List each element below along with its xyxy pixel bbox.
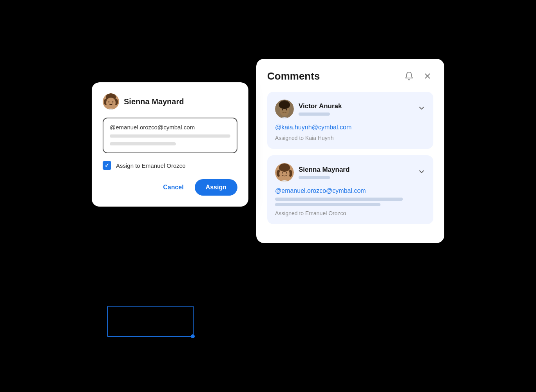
dialog-input-mention[interactable]: @emanuel.orozco@cymbal.com (110, 124, 230, 131)
comment-1-name-line (299, 113, 330, 116)
close-icon (423, 72, 432, 80)
close-button[interactable] (422, 70, 433, 82)
svg-point-6 (106, 98, 116, 108)
selection-box (107, 306, 194, 337)
comment-2-lines (275, 198, 426, 206)
svg-point-25 (286, 172, 287, 174)
victor-name-block: Victor Anurak (299, 102, 418, 116)
dialog-input-lines (110, 134, 230, 147)
comment-1-assigned: Assigned to Kaia Huynh (275, 135, 426, 141)
assign-checkbox[interactable]: ✓ (103, 161, 111, 170)
comment-line-2 (275, 203, 380, 206)
comment-1-mention[interactable]: @kaia.huynh@cymbal.com (275, 124, 426, 131)
dialog-user-header: Sienna Maynard (103, 93, 237, 110)
svg-point-7 (109, 102, 110, 103)
header-icons (403, 70, 433, 82)
svg-point-24 (282, 172, 283, 174)
cancel-button[interactable]: Cancel (158, 181, 188, 194)
assign-dialog: Sienna Maynard @emanuel.orozco@cymbal.co… (92, 82, 248, 207)
comment-2-name-line (299, 176, 330, 179)
comments-title: Comments (267, 70, 403, 82)
sienna-avatar (275, 163, 294, 182)
checkbox-label: Assign to Emanuel Orozco (116, 162, 186, 169)
assign-button[interactable]: Assign (195, 179, 237, 196)
text-cursor (177, 141, 177, 147)
comments-panel: Comments (256, 59, 444, 243)
comment-1-chevron[interactable] (418, 104, 426, 114)
svg-point-17 (286, 109, 287, 111)
svg-point-16 (282, 109, 283, 111)
input-line-1 (110, 134, 230, 138)
bell-button[interactable] (403, 70, 415, 82)
comment-2-mention[interactable]: @emanuel.orozco@cymbal.com (275, 187, 426, 194)
assign-checkbox-row[interactable]: ✓ Assign to Emanuel Orozco (103, 161, 237, 170)
input-line-2 (110, 142, 176, 145)
comment-card-2: Sienna Maynard @emanuel.orozco@cymbal.co… (267, 155, 433, 224)
comment-2-assigned: Assigned to Emanuel Orozco (275, 210, 426, 216)
dialog-user-avatar (103, 93, 119, 110)
checkmark-icon: ✓ (105, 162, 109, 169)
dialog-user-name: Sienna Maynard (124, 97, 184, 106)
comment-card-1: Victor Anurak @kaia.huynh@cymbal.com Ass… (267, 92, 433, 149)
comments-header: Comments (267, 70, 433, 82)
svg-point-15 (279, 101, 290, 109)
comment-1-header: Victor Anurak (275, 100, 426, 118)
dialog-input-area[interactable]: @emanuel.orozco@cymbal.com (103, 118, 237, 153)
svg-point-8 (112, 102, 114, 103)
bell-icon (404, 71, 414, 81)
svg-point-9 (110, 103, 111, 103)
comment-2-header: Sienna Maynard (275, 163, 426, 182)
comment-line-1 (275, 198, 403, 201)
comment-2-author: Sienna Maynard (299, 166, 418, 174)
selection-handle[interactable] (191, 334, 195, 338)
sienna-name-block: Sienna Maynard (299, 166, 418, 179)
svg-point-23 (279, 164, 290, 172)
dialog-actions: Cancel Assign (103, 179, 237, 196)
comment-1-author: Victor Anurak (299, 102, 418, 110)
victor-avatar (275, 100, 294, 118)
cursor-line (110, 141, 230, 147)
comment-2-chevron[interactable] (418, 168, 426, 178)
